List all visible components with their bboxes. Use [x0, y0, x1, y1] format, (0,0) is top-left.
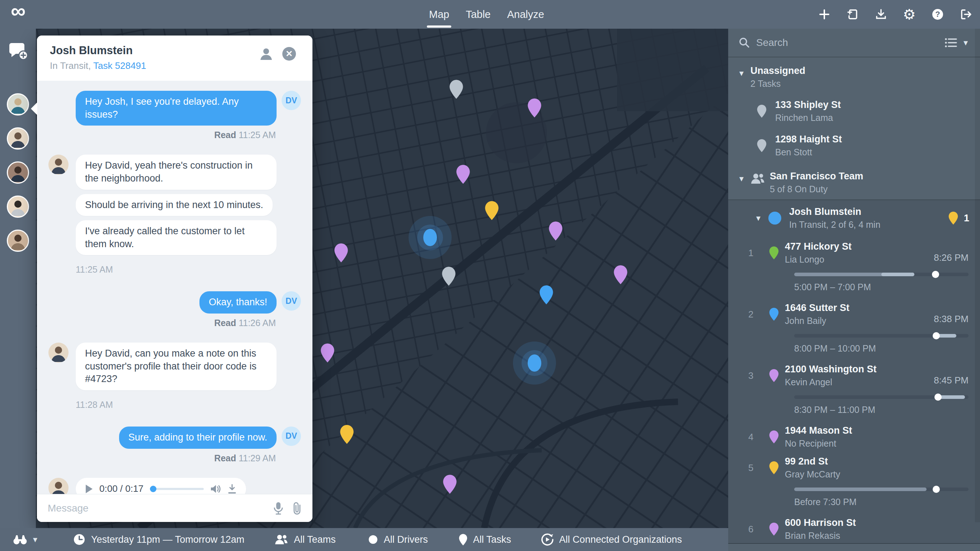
badge-count: 1: [964, 213, 969, 224]
task-row-5[interactable]: 5 99 2nd St Gray McCarty Before 7:30 PM: [728, 451, 980, 512]
message-outgoing: Hey Josh, I see you're delayed. Any issu…: [48, 91, 301, 126]
task-link[interactable]: Task 528491: [93, 60, 146, 71]
unassigned-task-row[interactable]: 1298 Haight St Ben Stott: [728, 128, 980, 163]
sidebar-scrollbar[interactable]: [975, 29, 980, 522]
map-task-pin-purple[interactable]: [443, 474, 457, 494]
task-timeline-bar: [794, 487, 969, 491]
map-task-pin-blue[interactable]: [539, 285, 554, 304]
group-subtitle: 5 of 8 On Duty: [770, 184, 864, 194]
connected-orgs-icon: [541, 533, 554, 546]
drivers-filter[interactable]: All Drivers: [368, 534, 428, 545]
map-task-pin-purple[interactable]: [334, 243, 348, 263]
export-download-icon[interactable]: [875, 8, 887, 21]
task-pin-icon: [769, 246, 779, 260]
tasks-filter[interactable]: All Tasks: [459, 534, 511, 546]
task-window: 8:30 PM – 11:00 PM: [794, 404, 980, 415]
audio-scrubber[interactable]: [150, 488, 204, 490]
map-task-pin-gray[interactable]: [442, 266, 456, 286]
task-window: Before 7:30 PM: [794, 497, 980, 507]
driver-profile-icon[interactable]: [259, 47, 273, 61]
collapse-caret-icon[interactable]: ▾: [738, 68, 745, 78]
teams-filter[interactable]: All Teams: [274, 534, 336, 545]
task-eta: 8:26 PM: [934, 252, 969, 265]
map-task-pin-yellow[interactable]: [340, 424, 354, 444]
map-driver-location-dot[interactable]: [409, 216, 452, 259]
task-row-1[interactable]: 1 477 Hickory St Lia Longo 8:26 PM 5:00 …: [728, 236, 980, 298]
tab-map[interactable]: Map: [429, 0, 449, 29]
sender-avatar-dv: DV: [282, 291, 301, 311]
message-timestamp: 11:28 AM: [76, 400, 113, 410]
group-subtitle: 2 Tasks: [751, 78, 805, 89]
tab-table[interactable]: Table: [466, 0, 490, 29]
task-row-6[interactable]: 6 600 Harrison St Brian Rekasis: [728, 512, 980, 543]
message-incoming: I've already called the customer to let …: [76, 220, 277, 255]
caret-icon: ▾: [33, 535, 37, 545]
driver-avatar-1[interactable]: [7, 93, 29, 116]
task-timeline-bar: [794, 272, 969, 276]
unassigned-task-row[interactable]: 133 Shipley St Rinchen Lama: [728, 94, 980, 128]
map-driver-location-dot[interactable]: [513, 341, 556, 385]
task-row-2[interactable]: 2 1646 Sutter St John Baily 8:38 PM 8:00…: [728, 298, 980, 359]
attachment-icon[interactable]: [292, 502, 302, 515]
sender-avatar-dv: DV: [282, 91, 301, 110]
sort-caret-icon[interactable]: ▾: [964, 38, 968, 48]
map-task-pin-purple[interactable]: [549, 221, 563, 241]
driver-avatar-4[interactable]: [7, 196, 29, 218]
chat-messages[interactable]: Hey Josh, I see you're delayed. Any issu…: [37, 81, 312, 494]
organizations-filter[interactable]: All Connected Organizations: [541, 533, 682, 546]
driver-row-cindy[interactable]: ▾ Cindy Cheung Offline, 0 of 4: [728, 544, 980, 551]
volume-icon[interactable]: [210, 484, 221, 494]
read-receipt: Read 11:25 AM: [48, 130, 276, 140]
read-receipt: Read 11:29 AM: [48, 453, 276, 463]
driver-avatar-5[interactable]: [7, 229, 29, 252]
add-task-icon[interactable]: [818, 8, 830, 21]
map-task-pin-yellow[interactable]: [485, 201, 499, 220]
group-sf-team[interactable]: ▾ San Francisco Team 5 of 8 On Duty: [728, 163, 980, 199]
collapse-caret-icon[interactable]: ▾: [756, 213, 760, 223]
map-task-pin-purple[interactable]: [527, 98, 542, 118]
message-input[interactable]: [48, 503, 264, 514]
settings-gear-icon[interactable]: ⚙: [903, 8, 915, 21]
search-input[interactable]: [756, 37, 939, 48]
map-task-pin-purple[interactable]: [456, 164, 470, 184]
driver-avatar-3[interactable]: [7, 161, 29, 184]
map-task-pin-gray[interactable]: [449, 79, 463, 99]
josh-avatar: [48, 478, 68, 494]
map-task-pin-purple[interactable]: [613, 265, 628, 285]
task-pin-icon: [757, 104, 767, 118]
message-outgoing: Sure, adding to their profile now. DV: [48, 427, 301, 449]
audio-player: 0:00 / 0:17: [76, 478, 246, 494]
task-pin-icon: [769, 307, 779, 321]
read-receipt: Read 11:26 AM: [48, 318, 276, 328]
play-icon[interactable]: [85, 484, 93, 494]
map-task-pin-purple[interactable]: [320, 343, 335, 363]
driver-row-josh[interactable]: ▾ Josh Blumstein In Transit, 2 of 6, 4 m…: [728, 200, 980, 236]
group-unassigned[interactable]: ▾ Unassigned 2 Tasks: [728, 57, 980, 94]
help-icon[interactable]: ?: [932, 8, 944, 21]
driver-avatar-josh-selected[interactable]: [7, 127, 29, 150]
task-timeline-bar: [794, 334, 969, 338]
import-tasks-icon[interactable]: [846, 8, 859, 21]
logout-icon[interactable]: [960, 8, 972, 21]
task-row-4[interactable]: 4 1944 Mason St No Recipient: [728, 420, 980, 451]
mic-icon[interactable]: [274, 502, 283, 515]
chat-rail: [0, 29, 36, 528]
team-icon: [751, 173, 765, 185]
message-incoming: Hey David, yeah there's construction in …: [76, 154, 277, 190]
map-visibility-filter[interactable]: ▾: [13, 534, 37, 545]
message-incoming-group: Hey David, can you make a note on this c…: [48, 342, 301, 410]
download-icon[interactable]: [228, 484, 237, 494]
list-view-icon[interactable]: [945, 38, 957, 48]
task-row-3[interactable]: 3 2100 Washington St Kevin Angel 8:45 PM…: [728, 359, 980, 420]
new-chat-icon[interactable]: [8, 43, 29, 62]
message-incoming-group: Hey David, yeah there's construction in …: [48, 154, 301, 275]
collapse-caret-icon[interactable]: ▾: [738, 174, 745, 184]
task-eta: 8:38 PM: [934, 314, 969, 326]
binoculars-icon: [13, 534, 27, 545]
tab-analyze[interactable]: Analyze: [507, 0, 544, 29]
josh-avatar: [48, 154, 68, 175]
date-range-filter[interactable]: Yesterday 11pm — Tomorrow 12am: [73, 533, 244, 546]
close-chat-icon[interactable]: ✕: [282, 47, 296, 61]
message-timestamp: 11:25 AM: [76, 264, 113, 275]
task-pin-icon: [459, 534, 468, 546]
